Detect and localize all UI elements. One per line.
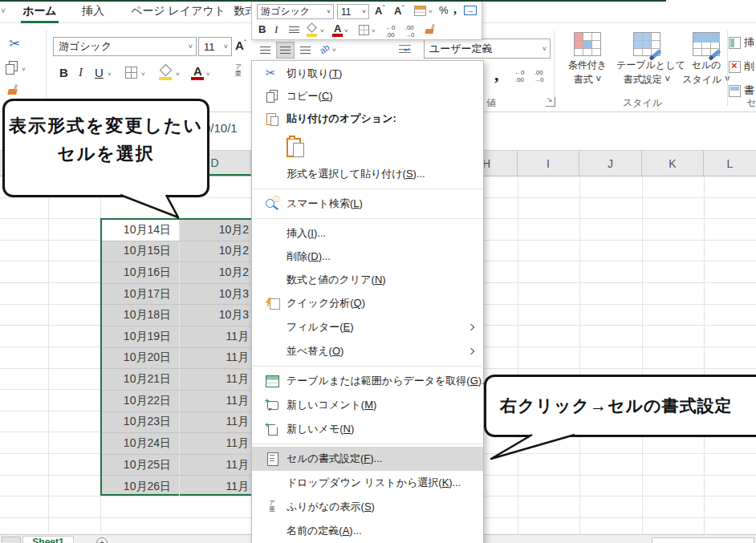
cell-date-d[interactable]: 10月2 bbox=[180, 262, 251, 283]
mini-align-center-icon[interactable] bbox=[289, 26, 299, 34]
menu-item-paste-preview[interactable] bbox=[252, 130, 483, 162]
cell-date-c[interactable]: 10月18日 bbox=[102, 305, 180, 326]
cell-date-d[interactable]: 10月3 bbox=[180, 305, 251, 326]
sheet-tab-active[interactable]: Sheet1 bbox=[22, 536, 74, 543]
phonetic-guide-icon[interactable]: ア亜 bbox=[235, 64, 242, 77]
cell-date-d[interactable]: 11月 bbox=[180, 476, 251, 497]
cell-date-d[interactable]: 10月2 bbox=[180, 241, 251, 262]
menu-item-paste-options[interactable]: 貼り付けのオプション: bbox=[252, 107, 483, 130]
cell-date-c[interactable]: 10月26日 bbox=[102, 476, 180, 497]
cell-date-c[interactable]: 10月16日 bbox=[102, 262, 180, 283]
decrease-decimal-button[interactable]: .00 →0 bbox=[534, 69, 543, 83]
cut-icon[interactable]: ✂ bbox=[9, 35, 20, 52]
mini-borders-caret-icon[interactable]: ˅ bbox=[372, 27, 376, 34]
underline-caret-icon[interactable]: ˅ bbox=[108, 71, 112, 78]
add-sheet-button[interactable]: + bbox=[96, 537, 108, 543]
selected-row[interactable]: 10月18日10月3 bbox=[102, 305, 251, 326]
menu-item-clear-contents[interactable]: 数式と値のクリア(N) bbox=[252, 268, 483, 291]
menu-item-cut[interactable]: 切り取り(T) bbox=[252, 63, 483, 85]
selected-row[interactable]: 10月22日11月 bbox=[102, 391, 251, 412]
increase-decimal-button[interactable]: ←0 .00 bbox=[514, 69, 524, 83]
cell-date-c[interactable]: 10月24日 bbox=[102, 433, 180, 454]
orientation-caret-icon[interactable]: ˅ bbox=[332, 47, 336, 54]
mini-fill-color-icon[interactable] bbox=[307, 22, 317, 33]
column-header-J[interactable]: J bbox=[579, 151, 642, 176]
mini-increase-decimal-button[interactable]: ←0 .00 bbox=[385, 24, 395, 38]
align-left-button[interactable] bbox=[256, 42, 274, 59]
ribbon-tab-home[interactable]: ホーム bbox=[22, 4, 57, 18]
mini-bold-button[interactable]: B bbox=[258, 23, 266, 35]
font-size-combo[interactable]: 11˅ bbox=[198, 37, 232, 56]
mini-grow-font-button[interactable]: Aˆ bbox=[375, 4, 384, 17]
fill-color-caret-icon[interactable]: ˅ bbox=[176, 71, 180, 78]
ribbon-tab-2[interactable]: ページ レイアウト bbox=[131, 4, 226, 18]
wrap-text-icon[interactable] bbox=[399, 45, 411, 54]
mini-font-size-combo[interactable]: 11˅ bbox=[337, 4, 369, 19]
font-name-combo[interactable]: 游ゴシック˅ bbox=[53, 37, 197, 56]
cell-date-c[interactable]: 10月15日 bbox=[102, 241, 180, 262]
style-button-1[interactable]: テーブルとして書式設定 ˅ bbox=[616, 32, 677, 106]
menu-item-sort[interactable]: 並べ替え(O) bbox=[252, 339, 483, 363]
italic-button[interactable]: I bbox=[79, 66, 83, 79]
bold-button[interactable]: B bbox=[59, 66, 68, 79]
mini-font-color-caret-icon[interactable]: ˅ bbox=[344, 27, 348, 34]
cell-date-d[interactable]: 10月3 bbox=[180, 284, 251, 305]
selected-row[interactable]: 10月21日11月 bbox=[102, 369, 251, 391]
borders-caret-icon[interactable]: ˅ bbox=[141, 71, 145, 78]
selected-row[interactable]: 10月16日10月2 bbox=[102, 262, 251, 284]
sheet-nav-button[interactable] bbox=[2, 537, 21, 543]
menu-item-show-phonetic[interactable]: ア亜ふりがなの表示(S) bbox=[252, 495, 483, 519]
menu-item-delete[interactable]: 削除(D)... bbox=[252, 245, 483, 268]
mini-font-color-button[interactable]: A bbox=[334, 22, 341, 34]
cell-date-c[interactable]: 10月23日 bbox=[102, 412, 180, 433]
menu-item-new-comment[interactable]: +新しいコメント(M) bbox=[252, 393, 483, 417]
mini-fill-caret-icon[interactable]: ˅ bbox=[320, 27, 324, 34]
mini-decrease-decimal-button[interactable]: .00 →0 bbox=[404, 24, 414, 38]
cell-date-d[interactable]: 10月2 bbox=[180, 220, 251, 241]
mini-merge-center-icon[interactable]: ↔ bbox=[464, 6, 477, 15]
cell-date-d[interactable]: 11月 bbox=[180, 433, 251, 454]
cell-date-d[interactable]: 11月 bbox=[180, 455, 251, 476]
cells-button-ins[interactable]: 挿 bbox=[729, 34, 754, 51]
selected-row[interactable]: 10月24日11月 bbox=[102, 433, 251, 455]
cell-date-c[interactable]: 10月17日 bbox=[102, 284, 180, 305]
font-color-button[interactable]: A bbox=[193, 64, 202, 78]
grow-font-button[interactable]: Aˆ bbox=[235, 38, 246, 52]
selected-row[interactable]: 10月23日11月 bbox=[102, 412, 251, 434]
mini-comma-button[interactable]: , bbox=[453, 2, 457, 17]
menu-item-filter[interactable]: フィルター(E) bbox=[252, 315, 483, 339]
horizontal-scrollbar[interactable] bbox=[652, 537, 754, 543]
copy-dropdown-caret-icon[interactable]: ˅ bbox=[22, 66, 26, 73]
ribbon-tab-1[interactable]: 挿入 bbox=[82, 4, 104, 18]
mini-format-table-caret-icon[interactable]: ˅ bbox=[429, 8, 433, 15]
cell-date-c[interactable]: 10月25日 bbox=[102, 455, 180, 476]
selection-range[interactable]: 10月14日10月210月15日10月210月16日10月210月17日10月3… bbox=[100, 218, 251, 496]
menu-item-insert[interactable]: 挿入(I)... bbox=[252, 221, 483, 245]
mini-format-table-icon[interactable] bbox=[414, 6, 426, 16]
selected-row[interactable]: 10月17日10月3 bbox=[102, 284, 251, 306]
menu-item-get-data-from-table[interactable]: テーブルまたは範囲からデータを取得(G)... bbox=[252, 369, 483, 393]
grid-right[interactable] bbox=[484, 176, 756, 536]
selected-row[interactable]: 10月26日11月 bbox=[102, 476, 251, 497]
fill-color-icon[interactable] bbox=[160, 64, 173, 77]
menu-item-paste-special[interactable]: 形式を選択して貼り付け(S)... bbox=[252, 162, 483, 186]
menu-item-pick-from-dropdown[interactable]: ドロップダウン リストから選択(K)... bbox=[252, 471, 483, 495]
column-header-I[interactable]: I bbox=[518, 151, 579, 176]
menu-item-format-cells[interactable]: セルの書式設定(F)... bbox=[252, 447, 483, 471]
comma-style-button[interactable]: , bbox=[494, 64, 499, 85]
borders-icon[interactable] bbox=[125, 67, 137, 79]
menu-item-quick-analysis[interactable]: クイック分析(Q) bbox=[252, 291, 483, 315]
cell-date-d[interactable]: 11月 bbox=[180, 369, 251, 390]
font-color-caret-icon[interactable]: ˅ bbox=[206, 71, 210, 78]
cell-date-c[interactable]: 10月21日 bbox=[102, 369, 180, 390]
mini-borders-icon[interactable] bbox=[359, 25, 369, 35]
column-header-K[interactable]: K bbox=[642, 151, 704, 176]
selected-row[interactable]: 10月15日10月2 bbox=[102, 241, 251, 263]
mini-font-name-combo[interactable]: 游ゴシック˅ bbox=[257, 4, 334, 19]
cell-date-c[interactable]: 10月20日 bbox=[102, 348, 180, 369]
column-header-L[interactable]: L bbox=[704, 151, 756, 176]
cell-date-d[interactable]: 11月 bbox=[180, 412, 251, 433]
number-format-combo[interactable]: ユーザー定義˅ bbox=[424, 38, 551, 59]
cell-date-c[interactable]: 10月19日 bbox=[102, 326, 180, 347]
mini-shrink-font-button[interactable]: Aˇ bbox=[394, 4, 404, 17]
